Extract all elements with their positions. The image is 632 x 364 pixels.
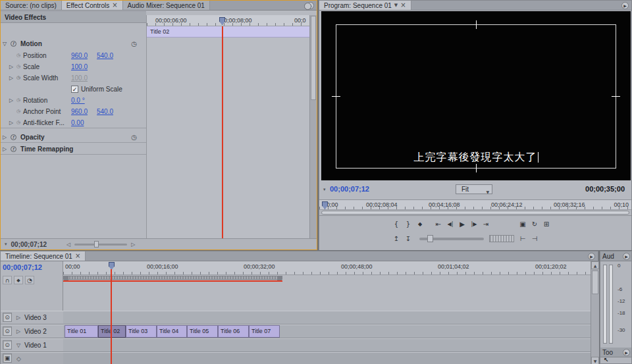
program-time-ruler[interactable]: 00;00 00;02;08;04 00;04;16;08 00;06;24;1… bbox=[319, 199, 631, 210]
go-to-out-button[interactable]: ⇥ bbox=[480, 219, 492, 229]
twirl-closed-icon[interactable]: ▷ bbox=[16, 311, 20, 325]
position-x-value[interactable]: 960.0 bbox=[71, 50, 88, 61]
twirl-closed-icon[interactable]: ▷ bbox=[9, 117, 13, 128]
trim-back-button[interactable]: ⊢ bbox=[517, 234, 529, 244]
toggle-animation-icon[interactable]: ◷ bbox=[16, 117, 20, 128]
zoom-level-select[interactable]: Fit ▼ bbox=[456, 184, 492, 194]
uniform-scale-checkbox[interactable]: ✓ bbox=[71, 86, 78, 93]
fx-toggle-icon[interactable]: f bbox=[11, 41, 16, 47]
view-scrollbar-thumb[interactable] bbox=[321, 211, 629, 215]
timeline-timecode[interactable]: 00;00;07;12 bbox=[3, 263, 42, 271]
zoom-slider-knob[interactable] bbox=[94, 241, 99, 247]
step-forward-button[interactable]: |▶ bbox=[468, 219, 480, 229]
zoom-slider[interactable] bbox=[74, 244, 127, 246]
anchor-y-value[interactable]: 540.0 bbox=[97, 106, 113, 117]
ec-time-ruler[interactable]: 00;00;06;00 00;00;08;00 00;0 bbox=[147, 15, 310, 26]
position-y-value[interactable]: 540.0 bbox=[97, 50, 113, 61]
track-video2[interactable]: Title 01 Title 02 Title 03 Title 04 Titl… bbox=[63, 325, 591, 338]
toggle-animation-icon[interactable]: ◷ bbox=[16, 50, 20, 61]
scrollbar-thumb[interactable] bbox=[311, 16, 316, 100]
zoom-in-icon[interactable]: ▷ bbox=[131, 242, 135, 247]
ec-footer-timecode[interactable]: 00;00;07;12 bbox=[11, 241, 47, 248]
fx-toggle-icon[interactable]: f bbox=[11, 134, 16, 140]
tab-source[interactable]: Source: (no clips) bbox=[1, 1, 62, 10]
set-out-button[interactable]: } bbox=[402, 219, 414, 229]
shuttle-knob[interactable] bbox=[427, 235, 433, 242]
toggle-animation-icon[interactable]: ◷ bbox=[16, 95, 20, 106]
marker-button[interactable]: ◆ bbox=[14, 276, 23, 284]
twirl-closed-icon[interactable]: ▷ bbox=[9, 95, 13, 106]
clip-title-01[interactable]: Title 01 bbox=[65, 325, 98, 338]
timeline-ruler[interactable]: 00;00 00;00;16;00 00;00;32;00 00;00;48;0… bbox=[63, 261, 591, 275]
track-video3[interactable] bbox=[63, 311, 591, 325]
export-frame-button[interactable]: ▣ bbox=[517, 219, 529, 229]
eye-icon[interactable]: ⊙ bbox=[3, 326, 12, 336]
ec-scrollbar[interactable] bbox=[309, 15, 317, 238]
play-button[interactable]: ▶ bbox=[456, 219, 468, 229]
panel-menu-icon[interactable]: ▶ bbox=[588, 253, 595, 260]
clip-title-03[interactable]: Title 03 bbox=[126, 325, 157, 338]
current-timecode[interactable]: 00;00;07;12 bbox=[330, 185, 369, 193]
snap-button[interactable]: ∩ bbox=[3, 276, 12, 284]
marker-button[interactable]: ◆ bbox=[414, 219, 426, 229]
anchor-x-value[interactable]: 960.0 bbox=[71, 106, 88, 117]
panel-menu-icon[interactable]: ▶ bbox=[621, 2, 629, 9]
tools-header[interactable]: Too ▶ bbox=[600, 348, 631, 357]
clip-title-02-selected[interactable]: Title 02 bbox=[98, 325, 126, 338]
history-button[interactable]: ◔ bbox=[25, 276, 34, 284]
extract-button[interactable]: ↧ bbox=[402, 234, 414, 244]
twirl-icon[interactable]: ▾ bbox=[5, 242, 7, 247]
shuttle-slider[interactable] bbox=[419, 238, 484, 240]
stopwatch-icon[interactable]: ◷ bbox=[131, 132, 137, 143]
panel-menu-icon[interactable]: ▶ bbox=[623, 349, 630, 356]
tab-effect-controls[interactable]: Effect Controls× bbox=[62, 1, 123, 10]
selection-tool-icon[interactable]: ↖ bbox=[604, 357, 609, 363]
work-area-bar[interactable] bbox=[63, 276, 282, 280]
eye-icon[interactable]: ⊙ bbox=[3, 313, 12, 322]
scrollbar-thumb[interactable] bbox=[592, 271, 598, 294]
go-to-in-button[interactable]: ⇤ bbox=[433, 219, 444, 229]
rotation-value[interactable]: 0.0 ° bbox=[71, 95, 85, 106]
panel-menu-icon[interactable]: ▶ bbox=[623, 253, 630, 260]
twirl-closed-icon[interactable]: ▷ bbox=[16, 325, 20, 338]
lift-button[interactable]: ↥ bbox=[390, 234, 402, 244]
scroll-down-icon[interactable]: ▼ bbox=[591, 357, 599, 364]
safe-margins-button[interactable]: ⊞ bbox=[540, 219, 552, 229]
scale-value[interactable]: 100.0 bbox=[71, 61, 88, 72]
clip-title-07[interactable]: Title 07 bbox=[249, 325, 280, 338]
toggle-animation-icon[interactable]: ◷ bbox=[16, 106, 20, 117]
chevron-down-icon[interactable]: ▼ bbox=[394, 3, 398, 8]
keyframe-icon[interactable]: ◇ bbox=[16, 352, 21, 364]
twirl-open-icon[interactable]: ▽ bbox=[3, 38, 7, 49]
jog-wheel[interactable] bbox=[489, 235, 514, 242]
close-icon[interactable]: × bbox=[75, 253, 80, 259]
twirl-open-icon[interactable]: ▽ bbox=[16, 338, 20, 352]
close-icon[interactable]: × bbox=[400, 2, 406, 9]
set-in-button[interactable]: { bbox=[390, 219, 402, 229]
zoom-out-icon[interactable]: ◁ bbox=[66, 242, 70, 247]
eye-icon[interactable]: ⊙ bbox=[3, 340, 12, 350]
tab-audio-mixer[interactable]: Audio Mixer: Sequence 01 bbox=[123, 1, 210, 10]
anti-flicker-value[interactable]: 0.00 bbox=[71, 117, 84, 128]
twirl-closed-icon[interactable]: ▷ bbox=[9, 61, 13, 72]
toggle-animation-icon[interactable]: ◷ bbox=[16, 61, 20, 72]
tab-timeline[interactable]: Timeline: Sequence 01 × bbox=[1, 251, 86, 261]
close-icon[interactable]: × bbox=[112, 2, 117, 9]
stopwatch-icon[interactable]: ◷ bbox=[131, 38, 137, 49]
clip-title-06[interactable]: Title 06 bbox=[218, 325, 249, 338]
display-style-button[interactable]: ▣ bbox=[3, 353, 12, 363]
view-scrollbar[interactable] bbox=[319, 210, 631, 215]
clip-title-05[interactable]: Title 05 bbox=[187, 325, 218, 338]
timeline-scrollbar[interactable]: ▲ ▼ bbox=[591, 261, 599, 364]
twirl-icon[interactable]: ▾ bbox=[323, 187, 326, 192]
audio-meters-header[interactable]: Aud ▶ bbox=[600, 251, 631, 261]
trim-forward-button[interactable]: ⊣ bbox=[529, 234, 540, 244]
scroll-up-icon[interactable]: ▲ bbox=[591, 261, 599, 269]
tab-program[interactable]: Program: Sequence 01 ▼ × bbox=[319, 1, 411, 10]
clip-title-04[interactable]: Title 04 bbox=[157, 325, 187, 338]
track-video1[interactable] bbox=[63, 338, 591, 352]
loop-button[interactable]: ↻ bbox=[529, 219, 540, 229]
step-back-button[interactable]: ◀| bbox=[444, 219, 456, 229]
twirl-closed-icon[interactable]: ▷ bbox=[3, 143, 7, 155]
twirl-closed-icon[interactable]: ▷ bbox=[3, 132, 7, 143]
